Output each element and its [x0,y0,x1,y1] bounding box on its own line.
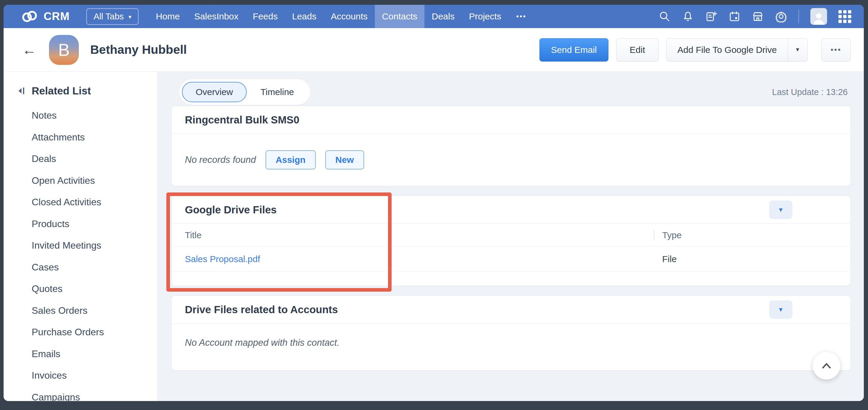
apps-grid-icon[interactable] [838,10,851,23]
sidebar-item-attachments[interactable]: Attachments [32,126,157,148]
sidebar-item-emails[interactable]: Emails [32,343,157,365]
related-list-items: Notes Attachments Deals Open Activities … [17,105,157,401]
brand-label: CRM [43,10,70,23]
related-list-header: Related List [17,85,157,97]
column-header-type: Type [654,230,850,240]
scroll-to-top-button[interactable] [813,352,840,380]
tabs-overflow-button[interactable]: ••• [508,5,534,28]
search-icon[interactable] [659,10,671,22]
assign-button[interactable]: Assign [266,150,316,170]
tab-home[interactable]: Home [149,5,187,28]
tab-deals[interactable]: Deals [425,5,462,28]
google-drive-table-header: Title Type [172,224,850,246]
view-tabs: Overview Timeline [179,79,310,105]
contact-name: Bethany Hubbell [90,43,187,57]
sidebar-item-notes[interactable]: Notes [32,105,157,126]
contact-actions: Send Email Edit Add File To Google Drive… [539,38,851,62]
top-navigation-bar: CRM All Tabs ▾ Home SalesInbox Feeds Lea… [4,5,864,28]
tab-overview[interactable]: Overview [182,82,247,102]
sidebar-item-cases[interactable]: Cases [32,256,157,278]
ringcentral-section-body: No records found Assign New [172,134,850,186]
file-type-value: File [654,254,850,264]
new-button[interactable]: New [325,150,364,170]
add-file-caret-button[interactable]: ▼ [788,38,807,61]
all-tabs-dropdown[interactable]: All Tabs ▾ [86,8,138,25]
column-header-title: Title [172,230,654,240]
no-records-text: No records found [185,154,256,165]
module-tabs: Home SalesInbox Feeds Leads Accounts Con… [149,5,534,28]
related-list-sidebar: Related List Notes Attachments Deals Ope… [4,72,157,401]
content-area: Related List Notes Attachments Deals Ope… [4,72,864,401]
sidebar-item-deals[interactable]: Deals [32,148,157,170]
user-avatar[interactable] [810,8,827,25]
sidebar-item-open-activities[interactable]: Open Activities [32,170,157,192]
chevron-up-icon [820,359,833,372]
contact-header: ← B Bethany Hubbell Send Email Edit Add … [4,28,864,72]
no-account-mapped-text: No Account mapped with this contact. [185,338,340,348]
more-actions-button[interactable]: ••• [822,38,851,62]
google-drive-collapse-button[interactable]: ▼ [769,201,793,219]
back-arrow-button[interactable]: ← [22,43,36,57]
marketplace-store-icon[interactable] [752,10,764,22]
file-link-sales-proposal[interactable]: Sales Proposal.pdf [185,254,260,264]
drive-files-accounts-section: Drive Files related to Accounts ▼ No Acc… [172,296,851,371]
chevron-down-icon: ▾ [128,13,131,20]
tab-salesinbox[interactable]: SalesInbox [187,5,246,28]
add-file-to-google-drive-button[interactable]: Add File To Google Drive ▼ [666,38,808,62]
main-panel: Overview Timeline Last Update : 13:26 Ri… [157,72,864,401]
sidebar-item-products[interactable]: Products [32,213,157,235]
chevron-down-icon: ▼ [795,47,800,53]
app-window: CRM All Tabs ▾ Home SalesInbox Feeds Lea… [4,5,864,401]
edit-button[interactable]: Edit [616,38,659,62]
related-list-title: Related List [32,85,91,97]
drive-files-accounts-collapse-button[interactable]: ▼ [769,300,793,319]
ringcentral-section-title: Ringcentral Bulk SMS0 [185,114,299,126]
chevron-down-icon: ▼ [778,206,784,213]
chevron-down-icon: ▼ [778,306,784,313]
drive-files-accounts-body: No Account mapped with this contact. [172,324,850,370]
zoho-logo-icon [20,9,39,23]
contact-avatar: B [49,35,79,65]
collapse-panel-icon[interactable] [17,86,26,95]
ringcentral-section-header: Ringcentral Bulk SMS0 [172,106,850,134]
all-tabs-label: All Tabs [93,12,124,22]
tab-projects[interactable]: Projects [462,5,508,28]
topnav-divider [798,9,799,23]
tab-timeline[interactable]: Timeline [247,82,308,102]
sidebar-item-quotes[interactable]: Quotes [32,278,157,300]
sidebar-item-closed-activities[interactable]: Closed Activities [32,191,157,213]
tab-leads[interactable]: Leads [285,5,324,28]
tab-contacts[interactable]: Contacts [375,5,425,28]
google-drive-section-header: Google Drive Files ▼ [172,196,850,224]
send-email-button[interactable]: Send Email [539,38,609,62]
sidebar-item-invoices[interactable]: Invoices [32,364,157,386]
sidebar-item-purchase-orders[interactable]: Purchase Orders [32,321,157,343]
google-drive-section-title: Google Drive Files [185,204,277,216]
quick-create-icon[interactable] [705,10,717,22]
view-tabs-row: Overview Timeline Last Update : 13:26 [172,78,851,106]
topnav-utilities [659,8,864,25]
calendar-icon[interactable] [728,10,740,22]
table-row: Sales Proposal.pdf File [172,246,850,272]
tab-feeds[interactable]: Feeds [246,5,285,28]
drive-files-accounts-header: Drive Files related to Accounts ▼ [172,296,850,324]
tab-accounts[interactable]: Accounts [323,5,375,28]
add-file-label[interactable]: Add File To Google Drive [667,38,788,61]
notifications-bell-icon[interactable] [682,10,694,22]
google-drive-files-section: Google Drive Files ▼ Title Type Sales Pr… [172,196,851,286]
sidebar-item-sales-orders[interactable]: Sales Orders [32,300,157,322]
table-empty-row [172,272,850,286]
last-update-text: Last Update : 13:26 [772,87,851,97]
contact-avatar-initial: B [58,40,70,60]
sidebar-item-invited-meetings[interactable]: Invited Meetings [32,235,157,256]
sidebar-item-campaigns[interactable]: Campaigns [32,386,157,401]
settings-gear-icon[interactable] [775,10,787,22]
drive-files-accounts-title: Drive Files related to Accounts [185,303,338,316]
ringcentral-bulk-sms-section: Ringcentral Bulk SMS0 No records found A… [172,106,851,186]
